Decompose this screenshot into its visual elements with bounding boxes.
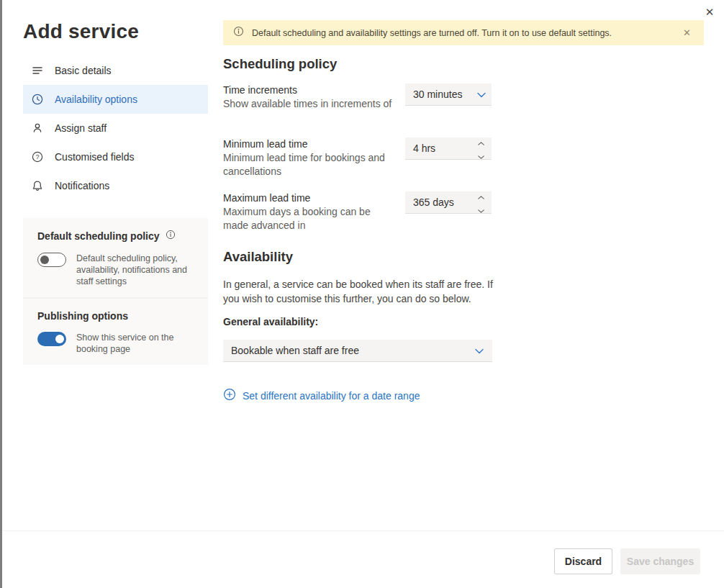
- footer-divider: [2, 530, 724, 531]
- info-icon: [233, 26, 244, 40]
- page-title: Add service: [23, 20, 139, 43]
- lines-icon: [31, 64, 44, 77]
- banner-close-icon[interactable]: ✕: [680, 26, 694, 40]
- sidebar-item-basic-details[interactable]: Basic details: [23, 56, 208, 85]
- minimum-lead-time-value: 4 hrs: [413, 143, 476, 154]
- person-icon: [31, 122, 44, 135]
- publishing-description: Show this service on the booking page: [76, 332, 196, 355]
- default-policy-toggle[interactable]: [37, 253, 66, 267]
- maximum-lead-time-label: Maximum lead time: [223, 191, 405, 205]
- maximum-lead-time-spinner[interactable]: 365 days: [405, 191, 492, 214]
- sidebar-item-label: Notifications: [55, 180, 109, 191]
- time-increments-dropdown[interactable]: 30 minutes: [405, 83, 492, 106]
- publishing-toggle[interactable]: [37, 332, 66, 346]
- maximum-lead-time-value: 365 days: [413, 196, 476, 208]
- spinner-down-icon[interactable]: [478, 150, 484, 161]
- availability-description: In general, a service can be booked when…: [223, 277, 498, 306]
- sidebar-item-assign-staff[interactable]: Assign staff: [23, 114, 208, 143]
- spinner-down-icon[interactable]: [478, 204, 484, 215]
- warning-banner: Default scheduling and availability sett…: [223, 20, 704, 45]
- add-service-dialog: ✕ Add service Basic details Availability…: [0, 0, 724, 588]
- discard-button[interactable]: Discard: [554, 548, 612, 574]
- close-icon[interactable]: ✕: [701, 4, 718, 21]
- banner-message: Default scheduling and availability sett…: [252, 28, 672, 38]
- sidebar-item-label: Customised fields: [55, 151, 135, 163]
- sidebar-item-label: Assign staff: [55, 122, 107, 134]
- general-availability-value: Bookable when staff are free: [231, 345, 475, 356]
- sidebar-item-availability-options[interactable]: Availability options: [23, 85, 208, 114]
- sidebar-item-label: Availability options: [55, 94, 137, 105]
- sidebar-settings-panel: Default scheduling policy Default schedu…: [23, 218, 208, 365]
- default-policy-description: Default scheduling policy, availability,…: [76, 253, 196, 287]
- maximum-lead-time-description: Maximum days a booking can be made advan…: [223, 205, 394, 232]
- dialog-left-edge: [0, 0, 2, 588]
- set-date-range-link-label: Set different availability for a date ra…: [243, 390, 420, 402]
- clock-icon: [31, 93, 44, 106]
- plus-circle-icon: [223, 388, 236, 403]
- sidebar-nav: Basic details Availability options Assig…: [23, 56, 208, 200]
- svg-text:?: ?: [35, 153, 39, 160]
- bell-icon: [31, 179, 44, 192]
- default-scheduling-policy-section: Default scheduling policy Default schedu…: [23, 218, 208, 299]
- sidebar-item-customised-fields[interactable]: ? Customised fields: [23, 143, 208, 171]
- spinner-up-icon[interactable]: [478, 136, 484, 148]
- publishing-options-section: Publishing options Show this service on …: [23, 299, 208, 365]
- availability-heading: Availability: [223, 249, 293, 265]
- save-changes-button[interactable]: Save changes: [620, 548, 700, 574]
- time-increments-value: 30 minutes: [413, 89, 477, 100]
- general-availability-label: General availability:: [223, 316, 318, 327]
- spinner-up-icon[interactable]: [478, 190, 484, 202]
- sidebar-item-label: Basic details: [55, 65, 112, 76]
- time-increments-label: Time increments: [223, 83, 405, 97]
- sidebar-item-notifications[interactable]: Notifications: [23, 171, 208, 200]
- info-icon: [166, 230, 176, 243]
- scheduling-policy-heading: Scheduling policy: [223, 56, 337, 72]
- set-date-range-link[interactable]: Set different availability for a date ra…: [223, 388, 420, 403]
- publishing-options-title: Publishing options: [37, 310, 128, 322]
- chevron-down-icon: [475, 345, 484, 356]
- time-increments-description: Show available times in increments of: [223, 97, 394, 111]
- chevron-down-icon: [477, 89, 486, 100]
- general-availability-dropdown[interactable]: Bookable when staff are free: [223, 340, 492, 362]
- minimum-lead-time-label: Minimum lead time: [223, 137, 405, 151]
- question-icon: ?: [31, 150, 44, 163]
- default-policy-title: Default scheduling policy: [37, 230, 160, 242]
- minimum-lead-time-description: Minimum lead time for bookings and cance…: [223, 151, 394, 178]
- minimum-lead-time-spinner[interactable]: 4 hrs: [405, 137, 492, 160]
